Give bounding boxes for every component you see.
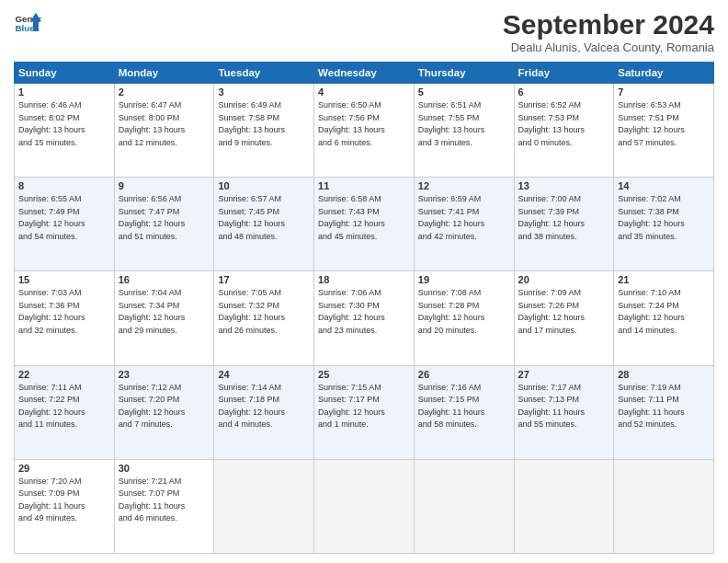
table-row: [414, 459, 514, 553]
day-info: Sunrise: 6:59 AM Sunset: 7:41 PM Dayligh…: [418, 193, 510, 243]
day-info: Sunrise: 6:57 AM Sunset: 7:45 PM Dayligh…: [218, 193, 310, 243]
day-info: Sunrise: 7:21 AM Sunset: 7:07 PM Dayligh…: [119, 476, 210, 525]
day-number: 13: [518, 180, 610, 191]
table-row: 20Sunrise: 7:09 AM Sunset: 7:26 PM Dayli…: [514, 271, 614, 365]
table-row: 12Sunrise: 6:59 AM Sunset: 7:41 PM Dayli…: [414, 178, 514, 271]
table-row: 26Sunrise: 7:16 AM Sunset: 7:15 PM Dayli…: [414, 365, 514, 459]
day-number: 26: [418, 369, 510, 380]
day-number: 10: [218, 180, 310, 191]
day-info: Sunrise: 6:52 AM Sunset: 7:53 PM Dayligh…: [518, 99, 610, 149]
day-number: 29: [18, 463, 110, 474]
table-row: 23Sunrise: 7:12 AM Sunset: 7:20 PM Dayli…: [114, 365, 214, 459]
table-row: 2Sunrise: 6:47 AM Sunset: 8:00 PM Daylig…: [114, 84, 214, 178]
table-row: 7Sunrise: 6:53 AM Sunset: 7:51 PM Daylig…: [614, 84, 714, 178]
day-number: 21: [618, 274, 710, 285]
weekday-header-row: Sunday Monday Tuesday Wednesday Thursday…: [15, 63, 714, 84]
page: General Blue September 2024 Dealu Alunis…: [0, 0, 728, 563]
day-number: 19: [418, 274, 510, 285]
month-title: September 2024: [503, 9, 714, 40]
day-number: 12: [418, 180, 510, 191]
day-number: 11: [318, 180, 410, 191]
day-info: Sunrise: 7:03 AM Sunset: 7:36 PM Dayligh…: [18, 287, 110, 337]
calendar-week-2: 8Sunrise: 6:55 AM Sunset: 7:49 PM Daylig…: [15, 178, 714, 271]
table-row: 25Sunrise: 7:15 AM Sunset: 7:17 PM Dayli…: [314, 365, 415, 459]
day-info: Sunrise: 6:47 AM Sunset: 8:00 PM Dayligh…: [119, 99, 210, 149]
table-row: [514, 459, 614, 553]
day-number: 15: [18, 274, 110, 285]
day-info: Sunrise: 6:50 AM Sunset: 7:56 PM Dayligh…: [318, 99, 410, 149]
table-row: 14Sunrise: 7:02 AM Sunset: 7:38 PM Dayli…: [614, 178, 714, 271]
day-number: 17: [218, 274, 310, 285]
table-row: 30Sunrise: 7:21 AM Sunset: 7:07 PM Dayli…: [114, 459, 214, 553]
header-thursday: Thursday: [414, 63, 514, 84]
day-info: Sunrise: 7:20 AM Sunset: 7:09 PM Dayligh…: [18, 476, 110, 525]
table-row: 21Sunrise: 7:10 AM Sunset: 7:24 PM Dayli…: [614, 271, 714, 365]
day-info: Sunrise: 7:15 AM Sunset: 7:17 PM Dayligh…: [318, 382, 410, 431]
table-row: 6Sunrise: 6:52 AM Sunset: 7:53 PM Daylig…: [514, 84, 614, 178]
day-number: 22: [18, 369, 110, 380]
header-saturday: Saturday: [614, 63, 714, 84]
day-number: 8: [18, 180, 110, 191]
day-number: 7: [618, 86, 710, 98]
day-info: Sunrise: 7:17 AM Sunset: 7:13 PM Dayligh…: [518, 382, 610, 431]
table-row: 10Sunrise: 6:57 AM Sunset: 7:45 PM Dayli…: [214, 178, 314, 271]
table-row: 9Sunrise: 6:56 AM Sunset: 7:47 PM Daylig…: [114, 178, 214, 271]
day-number: 9: [119, 180, 210, 191]
table-row: 28Sunrise: 7:19 AM Sunset: 7:11 PM Dayli…: [614, 365, 714, 459]
table-row: 8Sunrise: 6:55 AM Sunset: 7:49 PM Daylig…: [15, 178, 115, 271]
table-row: 17Sunrise: 7:05 AM Sunset: 7:32 PM Dayli…: [214, 271, 314, 365]
table-row: [314, 459, 415, 553]
day-info: Sunrise: 6:46 AM Sunset: 8:02 PM Dayligh…: [18, 99, 110, 149]
header-friday: Friday: [514, 63, 614, 84]
day-number: 30: [119, 463, 210, 474]
table-row: 11Sunrise: 6:58 AM Sunset: 7:43 PM Dayli…: [314, 178, 415, 271]
day-number: 28: [618, 369, 710, 380]
day-number: 3: [218, 86, 310, 98]
table-row: 3Sunrise: 6:49 AM Sunset: 7:58 PM Daylig…: [214, 84, 314, 178]
day-info: Sunrise: 6:53 AM Sunset: 7:51 PM Dayligh…: [618, 99, 710, 149]
calendar: Sunday Monday Tuesday Wednesday Thursday…: [14, 62, 714, 554]
table-row: 16Sunrise: 7:04 AM Sunset: 7:34 PM Dayli…: [114, 271, 214, 365]
day-info: Sunrise: 7:10 AM Sunset: 7:24 PM Dayligh…: [618, 287, 710, 337]
day-info: Sunrise: 7:12 AM Sunset: 7:20 PM Dayligh…: [119, 382, 210, 431]
logo: General Blue: [14, 9, 41, 37]
day-number: 14: [618, 180, 710, 191]
table-row: 22Sunrise: 7:11 AM Sunset: 7:22 PM Dayli…: [15, 365, 115, 459]
calendar-week-5: 29Sunrise: 7:20 AM Sunset: 7:09 PM Dayli…: [15, 459, 714, 553]
day-info: Sunrise: 7:04 AM Sunset: 7:34 PM Dayligh…: [119, 287, 210, 337]
logo-icon: General Blue: [14, 9, 41, 37]
header-wednesday: Wednesday: [314, 63, 415, 84]
day-number: 4: [318, 86, 410, 98]
table-row: 19Sunrise: 7:08 AM Sunset: 7:28 PM Dayli…: [414, 271, 514, 365]
table-row: 29Sunrise: 7:20 AM Sunset: 7:09 PM Dayli…: [15, 459, 115, 553]
table-row: 13Sunrise: 7:00 AM Sunset: 7:39 PM Dayli…: [514, 178, 614, 271]
calendar-week-4: 22Sunrise: 7:11 AM Sunset: 7:22 PM Dayli…: [15, 365, 714, 459]
day-number: 2: [119, 86, 210, 98]
title-section: September 2024 Dealu Alunis, Valcea Coun…: [503, 9, 714, 54]
day-info: Sunrise: 6:55 AM Sunset: 7:49 PM Dayligh…: [18, 193, 110, 243]
day-info: Sunrise: 6:49 AM Sunset: 7:58 PM Dayligh…: [218, 99, 310, 149]
header: General Blue September 2024 Dealu Alunis…: [14, 9, 714, 54]
day-number: 18: [318, 274, 410, 285]
day-number: 27: [518, 369, 610, 380]
day-info: Sunrise: 6:58 AM Sunset: 7:43 PM Dayligh…: [318, 193, 410, 243]
day-info: Sunrise: 7:16 AM Sunset: 7:15 PM Dayligh…: [418, 382, 510, 431]
table-row: 18Sunrise: 7:06 AM Sunset: 7:30 PM Dayli…: [314, 271, 415, 365]
header-tuesday: Tuesday: [214, 63, 314, 84]
day-info: Sunrise: 7:02 AM Sunset: 7:38 PM Dayligh…: [618, 193, 710, 243]
table-row: 24Sunrise: 7:14 AM Sunset: 7:18 PM Dayli…: [214, 365, 314, 459]
day-info: Sunrise: 7:08 AM Sunset: 7:28 PM Dayligh…: [418, 287, 510, 337]
day-number: 5: [418, 86, 510, 98]
table-row: [214, 459, 314, 553]
day-number: 6: [518, 86, 610, 98]
header-sunday: Sunday: [15, 63, 115, 84]
svg-text:Blue: Blue: [16, 23, 36, 33]
calendar-week-1: 1Sunrise: 6:46 AM Sunset: 8:02 PM Daylig…: [15, 84, 714, 178]
table-row: 27Sunrise: 7:17 AM Sunset: 7:13 PM Dayli…: [514, 365, 614, 459]
day-info: Sunrise: 7:14 AM Sunset: 7:18 PM Dayligh…: [218, 382, 310, 431]
table-row: [614, 459, 714, 553]
day-info: Sunrise: 7:05 AM Sunset: 7:32 PM Dayligh…: [218, 287, 310, 337]
table-row: 5Sunrise: 6:51 AM Sunset: 7:55 PM Daylig…: [414, 84, 514, 178]
day-number: 20: [518, 274, 610, 285]
day-info: Sunrise: 7:06 AM Sunset: 7:30 PM Dayligh…: [318, 287, 410, 337]
